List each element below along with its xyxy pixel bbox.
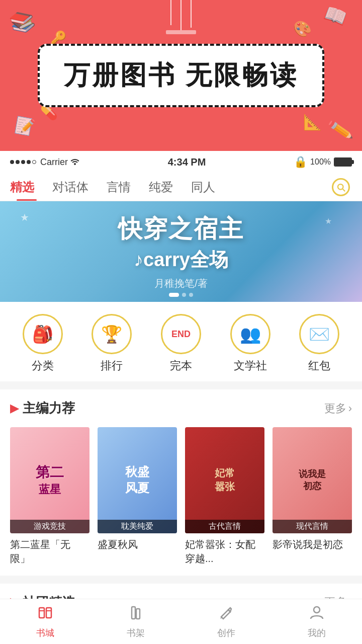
recommend-header: ▶ 主编力荐 更多 › (10, 399, 352, 417)
book-cover-img-3: 说我是 初恋 (273, 427, 352, 533)
tab-dialogue[interactable]: 对话体 (43, 173, 98, 201)
book-cover-img-0: 第二 蓝星 (10, 427, 89, 533)
category-literary[interactable]: 👥 文学社 (230, 314, 270, 373)
book-item-0[interactable]: 第二 蓝星 游戏竞技 第二蓝星「无限」 (10, 427, 89, 566)
status-left: Carrier (10, 157, 80, 168)
classify-label: 分类 (32, 358, 54, 373)
category-row: 🎒 分类 🏆 排行 END 完本 👥 文学社 ✉️ 红包 (0, 302, 362, 381)
nav-shelf[interactable]: 书架 (90, 605, 181, 639)
book-item-3[interactable]: 说我是 初恋 现代言情 影帝说我是初恋 (273, 427, 352, 566)
phone-frame: Carrier 4:34 PM 🔒 100% 精选 对话体 言情 (0, 151, 362, 644)
status-bar: Carrier 4:34 PM 🔒 100% (0, 151, 362, 173)
banner-dot-1 (169, 293, 179, 297)
bookstore-icon (37, 605, 53, 625)
nav-tabs: 精选 对话体 言情 纯爱 同人 (0, 173, 362, 201)
banner-content: 快穿之宿主 ♪carry全场 月稚挽笔/著 (118, 213, 244, 290)
book-tag-0: 游戏竞技 (10, 520, 89, 533)
book-cover-0: 第二 蓝星 游戏竞技 (10, 427, 89, 533)
book-item-2[interactable]: 妃常 嚣张 古代言情 妃常嚣张：女配穿越... (185, 427, 264, 566)
svg-rect-11 (136, 609, 140, 619)
book-cover-1: 秋盛 风夏 耽美纯爱 (98, 427, 177, 533)
deco-icon-4: 📐 (303, 113, 322, 131)
svg-rect-6 (39, 608, 44, 618)
book-title-3: 影帝说我是初恋 (273, 537, 352, 551)
content-area: 快穿之宿主 ♪carry全场 月稚挽笔/著 ★ ★ 🎒 分类 🏆 排行 (0, 201, 362, 644)
rank-label: 排行 (101, 358, 123, 373)
hero-banner-box: 万册图书 无限畅读 (38, 44, 324, 107)
battery-icon (334, 157, 352, 167)
star-deco-2: ★ (325, 216, 332, 226)
book-item-1[interactable]: 秋盛 风夏 耽美纯爱 盛夏秋风 (98, 427, 177, 566)
profile-icon (309, 605, 325, 625)
tab-pure-love[interactable]: 纯爱 (140, 173, 182, 201)
recommend-arrow-icon: ▶ (10, 402, 19, 415)
hero-banner-text: 万册图书 无限畅读 (64, 58, 298, 93)
signal-dot-4 (27, 160, 31, 164)
signal-dot-5 (32, 160, 36, 164)
book-cover-2: 妃常 嚣张 古代言情 (185, 427, 264, 533)
recommend-section: ▶ 主编力荐 更多 › 第二 蓝星 游戏竞技 (0, 389, 362, 576)
category-classify[interactable]: 🎒 分类 (23, 314, 63, 373)
svg-point-12 (314, 607, 320, 613)
svg-rect-10 (132, 607, 135, 619)
nav-create-label: 创作 (217, 627, 235, 639)
search-button[interactable] (330, 176, 352, 198)
signal-dots (10, 160, 36, 164)
nav-profile[interactable]: 我的 (272, 605, 362, 639)
signal-dot-3 (21, 160, 25, 164)
banner-dots (169, 293, 193, 297)
deco-icon-1: 🎨 (293, 19, 313, 38)
book-cover-3: 说我是 初恋 现代言情 (273, 427, 352, 533)
search-icon (332, 178, 350, 196)
svg-line-5 (343, 189, 345, 191)
shelf-icon (128, 605, 144, 625)
book-title-0: 第二蓝星「无限」 (10, 537, 89, 566)
recommend-book-grid: 第二 蓝星 游戏竞技 第二蓝星「无限」 秋盛 风夏 耽美纯爱 (10, 427, 352, 566)
book-title-2: 妃常嚣张：女配穿越... (185, 537, 264, 566)
completed-icon: END (161, 314, 201, 354)
banner-title: 快穿之宿主 (118, 213, 244, 245)
tab-romance[interactable]: 言情 (98, 173, 140, 201)
completed-label: 完本 (170, 358, 192, 373)
star-deco-1: ★ (20, 211, 29, 223)
nav-profile-label: 我的 (308, 627, 326, 639)
more-chevron-icon: › (348, 402, 352, 415)
deco-book-4: ✏️ (327, 117, 354, 142)
literary-icon: 👥 (230, 314, 270, 354)
status-right: 🔒 100% (294, 155, 352, 169)
banner-author: 月稚挽笔/著 (118, 277, 244, 290)
redpacket-label: 红包 (308, 358, 330, 373)
category-redpacket[interactable]: ✉️ 红包 (299, 314, 339, 373)
recommend-more[interactable]: 更多 › (324, 401, 352, 416)
recommend-title: ▶ 主编力荐 (10, 399, 75, 417)
book-tag-2: 古代言情 (185, 520, 264, 533)
svg-rect-7 (46, 608, 51, 618)
top-decoration: 📚 📖 📝 ✏️ 🎨 💊 🔑 📐 万册图书 无限畅读 (0, 0, 362, 151)
deco-book-1: 📚 (8, 7, 38, 36)
literary-label: 文学社 (234, 358, 267, 373)
carrier-label: Carrier (40, 157, 68, 168)
tab-jingxuan[interactable]: 精选 (10, 173, 43, 201)
tab-fanfic[interactable]: 同人 (182, 173, 224, 201)
nav-bookstore-label: 书城 (36, 627, 54, 639)
banner-dot-2 (182, 293, 186, 297)
battery-percent: 100% (310, 157, 331, 167)
create-icon (218, 605, 234, 625)
banner[interactable]: 快穿之宿主 ♪carry全场 月稚挽笔/著 ★ ★ (0, 201, 362, 302)
category-rank[interactable]: 🏆 排行 (92, 314, 132, 373)
rank-icon: 🏆 (92, 314, 132, 354)
book-cover-img-2: 妃常 嚣张 (185, 427, 264, 533)
book-cover-img-1: 秋盛 风夏 (98, 427, 177, 533)
nav-shelf-label: 书架 (127, 627, 145, 639)
status-time: 4:34 PM (168, 156, 206, 168)
nav-create[interactable]: 创作 (181, 605, 272, 639)
nav-bookstore[interactable]: 书城 (0, 605, 90, 639)
deco-book-2: 📖 (321, 2, 350, 30)
svg-rect-3 (166, 30, 196, 34)
book-tag-3: 现代言情 (273, 520, 352, 533)
bottom-nav: 书城 书架 创作 我的 (0, 599, 362, 644)
category-completed[interactable]: END 完本 (161, 314, 201, 373)
book-title-1: 盛夏秋风 (98, 537, 177, 551)
banner-subtitle: ♪carry全场 (118, 247, 244, 273)
redpacket-icon: ✉️ (299, 314, 339, 354)
